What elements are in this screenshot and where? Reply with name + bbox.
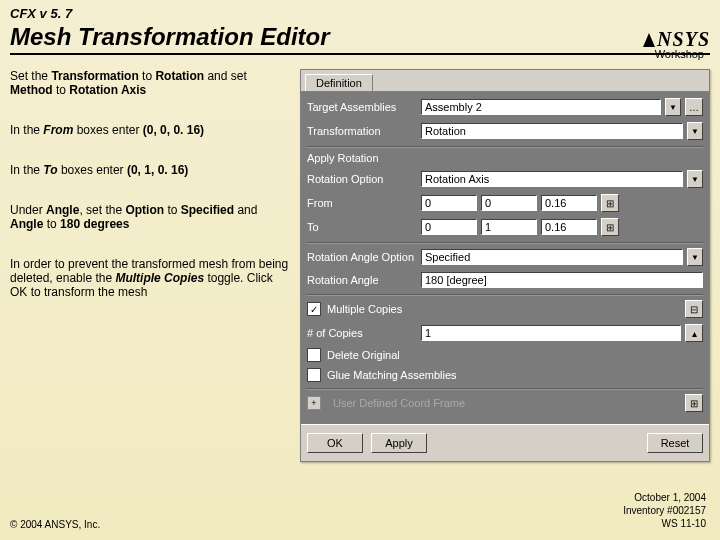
instruction-1: Set the Transformation to Rotation and s…: [10, 69, 290, 97]
copyright-text: © 2004 ANSYS, Inc.: [10, 519, 100, 530]
target-dropdown[interactable]: ▼: [665, 98, 681, 116]
to-y-field[interactable]: 1: [481, 219, 537, 235]
copies-label: # of Copies: [307, 327, 417, 339]
coord-frame-label: User Defined Coord Frame: [333, 397, 465, 409]
footer-meta: October 1, 2004 Inventory #002157 WS 11-…: [623, 491, 706, 530]
reset-button[interactable]: Reset: [647, 433, 703, 453]
angopt-dropdown[interactable]: ▼: [687, 248, 703, 266]
ok-button[interactable]: OK: [307, 433, 363, 453]
triangle-icon: [643, 33, 655, 47]
delete-original-checkbox[interactable]: [307, 348, 321, 362]
rotation-angle-field[interactable]: 180 [degree]: [421, 272, 703, 288]
glue-label: Glue Matching Assemblies: [327, 369, 457, 381]
coord-expand-icon[interactable]: +: [307, 396, 321, 410]
target-assemblies-field[interactable]: Assembly 2: [421, 99, 661, 115]
instruction-3: In the To boxes enter (0, 1, 0. 16): [10, 163, 290, 177]
multiple-copies-checkbox[interactable]: ✓: [307, 302, 321, 316]
from-label: From: [307, 197, 417, 209]
copies-stepper[interactable]: ▴: [685, 324, 703, 342]
tab-definition[interactable]: Definition: [305, 74, 373, 91]
glue-checkbox[interactable]: [307, 368, 321, 382]
from-z-field[interactable]: 0.16: [541, 195, 597, 211]
target-assemblies-label: Target Assemblies: [307, 101, 417, 113]
transformation-label: Transformation: [307, 125, 417, 137]
mult-collapse-icon[interactable]: ⊟: [685, 300, 703, 318]
apply-rotation-label: Apply Rotation: [307, 152, 703, 164]
to-label: To: [307, 221, 417, 233]
rotation-angle-option-field[interactable]: Specified: [421, 249, 683, 265]
instruction-5: In order to prevent the transformed mesh…: [10, 257, 290, 299]
rotopt-dropdown[interactable]: ▼: [687, 170, 703, 188]
version-text: CFX v 5. 7: [10, 6, 710, 21]
slide-header: CFX v 5. 7 Mesh Transformation Editor NS…: [0, 0, 720, 55]
instructions-panel: Set the Transformation to Rotation and s…: [10, 69, 290, 462]
apply-button[interactable]: Apply: [371, 433, 427, 453]
mesh-dialog: Definition Target Assemblies Assembly 2 …: [300, 69, 710, 462]
from-x-field[interactable]: 0: [421, 195, 477, 211]
coord-ext-icon[interactable]: ⊞: [685, 394, 703, 412]
rotation-option-field[interactable]: Rotation Axis: [421, 171, 683, 187]
target-ext-icon[interactable]: …: [685, 98, 703, 116]
to-x-field[interactable]: 0: [421, 219, 477, 235]
rotation-angle-label: Rotation Angle: [307, 274, 417, 286]
to-picker-icon[interactable]: ⊞: [601, 218, 619, 236]
transformation-field[interactable]: Rotation: [421, 123, 683, 139]
from-y-field[interactable]: 0: [481, 195, 537, 211]
rotation-option-label: Rotation Option: [307, 173, 417, 185]
transformation-dropdown[interactable]: ▼: [687, 122, 703, 140]
instruction-2: In the From boxes enter (0, 0, 0. 16): [10, 123, 290, 137]
to-z-field[interactable]: 0.16: [541, 219, 597, 235]
workshop-label: Workshop: [655, 48, 704, 60]
from-picker-icon[interactable]: ⊞: [601, 194, 619, 212]
rotation-angle-option-label: Rotation Angle Option: [307, 251, 417, 263]
copies-field[interactable]: 1: [421, 325, 681, 341]
multiple-copies-label: Multiple Copies: [327, 303, 402, 315]
delete-original-label: Delete Original: [327, 349, 400, 361]
instruction-4: Under Angle, set the Option to Specified…: [10, 203, 290, 231]
page-title: Mesh Transformation Editor: [10, 23, 330, 51]
